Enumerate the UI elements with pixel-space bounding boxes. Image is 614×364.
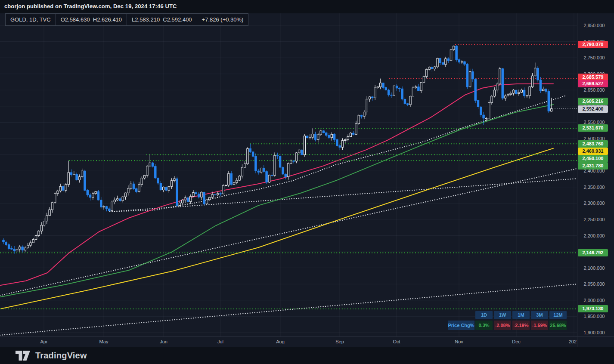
svg-text:Jul: Jul xyxy=(217,339,223,344)
perf-value-3m: -1.59% xyxy=(531,321,548,330)
footer: TradingView xyxy=(0,347,614,364)
svg-text:May: May xyxy=(99,339,109,344)
svg-text:Dec: Dec xyxy=(512,339,521,344)
price-badge: 2,790.070 xyxy=(578,41,608,48)
svg-text:2,750.000: 2,750.000 xyxy=(584,55,605,60)
price-badge: 2,483.760 xyxy=(578,140,608,148)
svg-text:2,300.000: 2,300.000 xyxy=(584,201,605,206)
price-badge: 2,450.100 xyxy=(578,155,608,162)
price-badge: 1,973.130 xyxy=(578,305,608,312)
perf-row-label: Price Chg% xyxy=(448,321,474,330)
svg-text:2,850.000: 2,850.000 xyxy=(584,23,605,28)
svg-text:2,100.000: 2,100.000 xyxy=(584,265,605,271)
perf-col-12m: 12M xyxy=(549,311,567,319)
perf-col-1d: 1D xyxy=(475,311,493,319)
svg-text:1,900.000: 1,900.000 xyxy=(584,330,605,335)
perf-col-1m: 1M xyxy=(512,311,530,319)
svg-text:2,350.000: 2,350.000 xyxy=(584,185,605,190)
svg-text:Oct: Oct xyxy=(393,339,400,344)
svg-text:Jun: Jun xyxy=(160,339,167,344)
price-badge: 2,146.792 xyxy=(578,249,608,256)
perf-col-3m: 3M xyxy=(531,311,548,319)
perf-value-1m: -2.19% xyxy=(512,321,530,330)
price-change: +7.826 (+0.30%) xyxy=(197,14,248,25)
svg-text:Sep: Sep xyxy=(335,339,344,344)
perf-value-1w: -2.08% xyxy=(494,321,511,330)
publish-text: cborjon published on TradingView.com, De… xyxy=(4,3,177,9)
svg-text:1,950.000: 1,950.000 xyxy=(584,314,605,319)
svg-text:Nov: Nov xyxy=(455,339,463,344)
ohlc-low-close: L2,583.210 C2,592.400 xyxy=(127,14,197,25)
price-badge: 2,592.400 xyxy=(578,105,608,113)
svg-text:Apr: Apr xyxy=(40,339,47,344)
svg-text:2,050.000: 2,050.000 xyxy=(584,281,605,287)
price-badge: 2,669.527 xyxy=(578,80,608,87)
svg-text:2,250.000: 2,250.000 xyxy=(584,217,605,222)
svg-text:2,000.000: 2,000.000 xyxy=(584,298,605,303)
tradingview-logo-text: TradingView xyxy=(35,351,87,361)
tradingview-snapshot: 2,850.0002,800.0002,750.0002,700.0002,65… xyxy=(0,0,614,364)
perf-col-1w: 1W xyxy=(494,311,511,319)
ohlc-open-high: O2,584.630 H2,626.410 xyxy=(56,14,127,25)
price-chart[interactable]: 2,850.0002,800.0002,750.0002,700.0002,65… xyxy=(0,0,614,364)
publish-bar: cborjon published on TradingView.com, De… xyxy=(0,0,614,13)
price-badge: 2,605.216 xyxy=(578,98,608,105)
svg-text:2,650.000: 2,650.000 xyxy=(584,87,605,93)
perf-value-12m: 25.68% xyxy=(549,321,567,330)
chart-background xyxy=(0,0,614,364)
symbol-ohlc-bar: GOLD, 1D, TVC O2,584.630 H2,626.410 L2,5… xyxy=(5,13,248,26)
svg-text:Aug: Aug xyxy=(276,339,285,344)
perf-value-1d: 0.3% xyxy=(475,321,493,330)
symbol-name: GOLD, 1D, TVC xyxy=(6,14,56,25)
tradingview-logo-icon xyxy=(16,351,30,361)
price-badge: 2,431.780 xyxy=(578,162,608,170)
svg-text:2,200.000: 2,200.000 xyxy=(584,233,605,238)
price-badge: 2,469.931 xyxy=(578,148,608,155)
price-badge: 2,531.670 xyxy=(578,124,608,132)
tradingview-logo[interactable]: TradingView xyxy=(16,351,87,361)
